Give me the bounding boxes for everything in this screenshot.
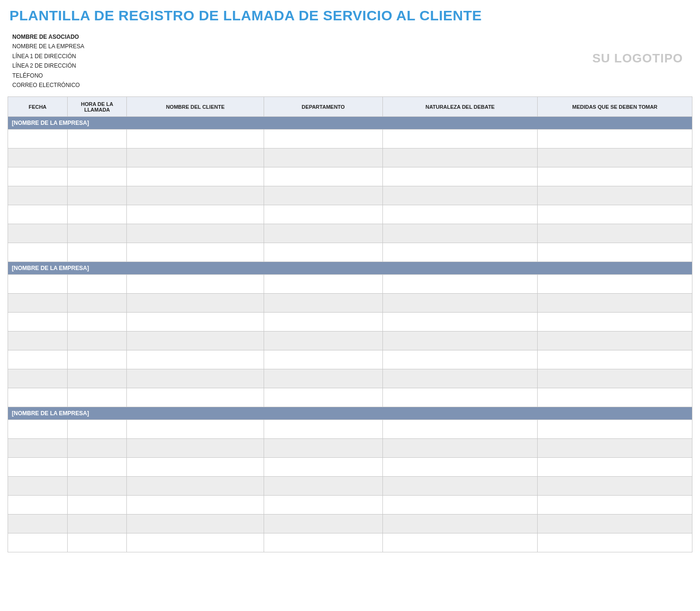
cell-fecha[interactable] <box>8 515 68 533</box>
cell-medidas[interactable] <box>538 313 692 332</box>
cell-hora[interactable] <box>67 167 127 186</box>
cell-naturaleza[interactable] <box>383 130 538 148</box>
cell-medidas[interactable] <box>538 369 692 388</box>
cell-hora[interactable] <box>67 243 127 262</box>
cell-hora[interactable] <box>67 224 127 243</box>
cell-departamento[interactable] <box>264 130 382 148</box>
cell-cliente[interactable] <box>127 369 264 388</box>
cell-medidas[interactable] <box>538 458 692 477</box>
cell-fecha[interactable] <box>8 224 68 243</box>
cell-fecha[interactable] <box>8 130 68 148</box>
cell-fecha[interactable] <box>8 294 68 313</box>
cell-fecha[interactable] <box>8 148 68 167</box>
cell-cliente[interactable] <box>127 313 264 332</box>
cell-departamento[interactable] <box>264 313 382 332</box>
cell-fecha[interactable] <box>8 533 68 552</box>
cell-naturaleza[interactable] <box>383 439 538 458</box>
cell-medidas[interactable] <box>538 148 692 167</box>
cell-cliente[interactable] <box>127 275 264 294</box>
cell-fecha[interactable] <box>8 167 68 186</box>
cell-medidas[interactable] <box>538 205 692 224</box>
cell-naturaleza[interactable] <box>383 477 538 496</box>
cell-hora[interactable] <box>67 350 127 369</box>
cell-naturaleza[interactable] <box>383 458 538 477</box>
cell-fecha[interactable] <box>8 477 68 496</box>
cell-cliente[interactable] <box>127 496 264 515</box>
cell-medidas[interactable] <box>538 350 692 369</box>
cell-naturaleza[interactable] <box>383 186 538 205</box>
cell-hora[interactable] <box>67 294 127 313</box>
cell-hora[interactable] <box>67 439 127 458</box>
cell-medidas[interactable] <box>538 294 692 313</box>
cell-naturaleza[interactable] <box>383 515 538 533</box>
cell-medidas[interactable] <box>538 186 692 205</box>
cell-cliente[interactable] <box>127 148 264 167</box>
cell-departamento[interactable] <box>264 496 382 515</box>
cell-medidas[interactable] <box>538 515 692 533</box>
cell-cliente[interactable] <box>127 167 264 186</box>
cell-hora[interactable] <box>67 369 127 388</box>
cell-fecha[interactable] <box>8 275 68 294</box>
cell-fecha[interactable] <box>8 420 68 439</box>
cell-medidas[interactable] <box>538 332 692 350</box>
cell-naturaleza[interactable] <box>383 224 538 243</box>
cell-cliente[interactable] <box>127 186 264 205</box>
cell-naturaleza[interactable] <box>383 148 538 167</box>
cell-hora[interactable] <box>67 275 127 294</box>
cell-departamento[interactable] <box>264 388 382 407</box>
cell-medidas[interactable] <box>538 477 692 496</box>
cell-naturaleza[interactable] <box>383 294 538 313</box>
cell-hora[interactable] <box>67 515 127 533</box>
cell-departamento[interactable] <box>264 205 382 224</box>
cell-hora[interactable] <box>67 313 127 332</box>
cell-naturaleza[interactable] <box>383 205 538 224</box>
cell-medidas[interactable] <box>538 275 692 294</box>
cell-fecha[interactable] <box>8 243 68 262</box>
cell-cliente[interactable] <box>127 388 264 407</box>
cell-cliente[interactable] <box>127 294 264 313</box>
cell-cliente[interactable] <box>127 515 264 533</box>
cell-hora[interactable] <box>67 205 127 224</box>
cell-departamento[interactable] <box>264 439 382 458</box>
cell-departamento[interactable] <box>264 420 382 439</box>
cell-fecha[interactable] <box>8 332 68 350</box>
cell-hora[interactable] <box>67 420 127 439</box>
cell-hora[interactable] <box>67 496 127 515</box>
cell-cliente[interactable] <box>127 533 264 552</box>
cell-departamento[interactable] <box>264 350 382 369</box>
cell-hora[interactable] <box>67 533 127 552</box>
cell-departamento[interactable] <box>264 275 382 294</box>
cell-naturaleza[interactable] <box>383 496 538 515</box>
cell-cliente[interactable] <box>127 130 264 148</box>
cell-departamento[interactable] <box>264 533 382 552</box>
cell-naturaleza[interactable] <box>383 275 538 294</box>
cell-hora[interactable] <box>67 388 127 407</box>
cell-medidas[interactable] <box>538 533 692 552</box>
cell-hora[interactable] <box>67 130 127 148</box>
cell-cliente[interactable] <box>127 439 264 458</box>
cell-medidas[interactable] <box>538 167 692 186</box>
cell-fecha[interactable] <box>8 369 68 388</box>
cell-hora[interactable] <box>67 186 127 205</box>
cell-departamento[interactable] <box>264 477 382 496</box>
cell-cliente[interactable] <box>127 458 264 477</box>
cell-medidas[interactable] <box>538 243 692 262</box>
cell-cliente[interactable] <box>127 350 264 369</box>
cell-cliente[interactable] <box>127 205 264 224</box>
cell-departamento[interactable] <box>264 148 382 167</box>
cell-departamento[interactable] <box>264 243 382 262</box>
cell-fecha[interactable] <box>8 439 68 458</box>
cell-fecha[interactable] <box>8 350 68 369</box>
cell-naturaleza[interactable] <box>383 420 538 439</box>
cell-naturaleza[interactable] <box>383 350 538 369</box>
cell-cliente[interactable] <box>127 420 264 439</box>
cell-hora[interactable] <box>67 332 127 350</box>
cell-medidas[interactable] <box>538 224 692 243</box>
cell-naturaleza[interactable] <box>383 533 538 552</box>
cell-hora[interactable] <box>67 148 127 167</box>
cell-medidas[interactable] <box>538 388 692 407</box>
cell-medidas[interactable] <box>538 496 692 515</box>
cell-departamento[interactable] <box>264 186 382 205</box>
cell-departamento[interactable] <box>264 294 382 313</box>
cell-naturaleza[interactable] <box>383 313 538 332</box>
